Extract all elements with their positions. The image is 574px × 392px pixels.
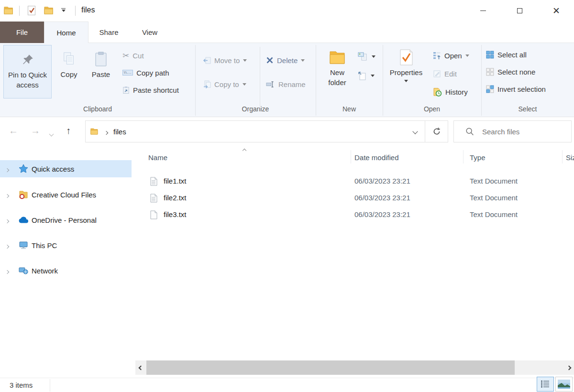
- dropdown-caret-icon: [371, 75, 375, 77]
- sidebar-item-creative-cloud-files[interactable]: Creative Cloud Files: [0, 186, 132, 203]
- select-none-icon: [486, 68, 494, 76]
- sidebar: Quick access Creative Cloud Files OneDri…: [0, 144, 132, 360]
- search-input[interactable]: [482, 128, 554, 136]
- column-header-name[interactable]: Name: [148, 148, 167, 166]
- scrollbar-thumb[interactable]: [146, 360, 515, 375]
- thumbnail-view-toggle[interactable]: [555, 377, 573, 392]
- select-all-button[interactable]: Select all: [486, 47, 527, 62]
- horizontal-scrollbar[interactable]: [135, 360, 574, 375]
- copy-button[interactable]: Copy: [55, 45, 82, 98]
- history-button[interactable]: History: [433, 84, 468, 99]
- properties-icon: [399, 47, 413, 67]
- move-to-icon: [203, 56, 211, 65]
- folder-icon[interactable]: [44, 6, 55, 15]
- dropdown-caret-icon: [465, 54, 469, 57]
- sidebar-item-this-pc[interactable]: This PC: [0, 237, 132, 254]
- sidebar-item-onedrive-personal[interactable]: OneDrive - Personal: [0, 211, 132, 229]
- tab-file[interactable]: File: [0, 22, 44, 43]
- minimize-button[interactable]: [471, 0, 495, 22]
- expand-chevron-icon[interactable]: [6, 216, 12, 224]
- thumbnail-view-icon: [558, 380, 570, 389]
- file-row[interactable]: file1.txt 06/03/2023 23:21 Text Document: [132, 173, 574, 190]
- paste-shortcut-button[interactable]: Paste shortcut: [122, 82, 179, 98]
- back-button[interactable]: ←: [9, 124, 18, 137]
- new-item-button[interactable]: [358, 49, 375, 64]
- tab-view[interactable]: View: [129, 22, 170, 43]
- network-icon: [18, 266, 29, 275]
- address-bar[interactable]: files: [85, 120, 448, 142]
- easy-access-button[interactable]: [358, 68, 375, 83]
- search-box[interactable]: [453, 120, 572, 142]
- up-button[interactable]: ↑: [66, 124, 71, 137]
- folder-icon: [90, 128, 99, 135]
- column-divider[interactable]: [562, 150, 563, 163]
- edit-button[interactable]: Edit: [433, 66, 457, 81]
- window-title: files: [81, 6, 95, 14]
- scroll-right-icon[interactable]: [563, 360, 574, 375]
- recent-locations-icon[interactable]: [50, 126, 53, 139]
- group-label-clipboard: Clipboard: [0, 105, 195, 115]
- dropdown-caret-icon: [372, 55, 375, 58]
- maximize-button[interactable]: [508, 0, 531, 22]
- close-button[interactable]: ✕: [544, 0, 568, 22]
- expand-chevron-icon[interactable]: [6, 165, 12, 173]
- select-none-button[interactable]: Select none: [486, 64, 535, 79]
- properties-check-icon[interactable]: [27, 5, 36, 16]
- forward-button[interactable]: →: [31, 124, 40, 137]
- column-header-size[interactable]: Size: [566, 148, 574, 166]
- ribbon-tab-row: File Home Share View ?: [0, 22, 574, 43]
- copy-to-button[interactable]: Copy to: [203, 76, 246, 92]
- tab-home[interactable]: Home: [44, 22, 88, 43]
- tab-share[interactable]: Share: [88, 22, 129, 43]
- move-to-button[interactable]: Move to: [203, 53, 247, 68]
- file-row[interactable]: file3.txt 06/03/2023 23:21 Text Document: [132, 207, 574, 223]
- breadcrumb-segment[interactable]: files: [113, 128, 126, 136]
- status-bar: 3 items: [0, 378, 574, 392]
- sidebar-item-quick-access[interactable]: Quick access: [0, 160, 132, 177]
- text-file-icon: [150, 177, 157, 186]
- scroll-left-icon[interactable]: [135, 360, 146, 375]
- cut-button[interactable]: ✂ Cut: [122, 48, 144, 63]
- open-button[interactable]: Open: [433, 48, 469, 63]
- divider: [19, 6, 20, 16]
- delete-button[interactable]: Delete: [266, 53, 305, 68]
- dropdown-caret-icon: [301, 59, 305, 62]
- refresh-button[interactable]: [425, 121, 448, 142]
- expand-chevron-icon[interactable]: [6, 241, 12, 250]
- details-view-toggle[interactable]: [537, 377, 554, 392]
- edit-icon: [433, 70, 441, 78]
- paste-button[interactable]: Paste: [87, 45, 115, 98]
- properties-button[interactable]: Properties: [389, 45, 423, 103]
- file-row[interactable]: file2.txt 06/03/2023 23:21 Text Document: [132, 190, 574, 207]
- sidebar-item-network[interactable]: Network: [0, 262, 132, 279]
- column-header-date-modified[interactable]: Date modified: [354, 148, 399, 166]
- text-file-icon: [150, 210, 157, 219]
- ribbon: Pin to Quick access Copy Paste ✂ Cut \\.…: [0, 43, 574, 117]
- new-folder-button[interactable]: New folder: [321, 45, 353, 101]
- pin-to-quick-access-button[interactable]: Pin to Quick access: [3, 45, 52, 98]
- group-label-organize: Organize: [195, 105, 316, 115]
- easy-access-icon: [358, 71, 366, 80]
- sort-ascending-icon: [243, 145, 246, 153]
- expand-chevron-icon[interactable]: [6, 267, 12, 275]
- file-list: Name Date modified Type Size file1.txt 0…: [132, 144, 574, 359]
- rename-button[interactable]: Rename: [266, 76, 306, 92]
- dropdown-caret-icon: [404, 80, 408, 82]
- open-icon: [433, 52, 441, 60]
- customize-dropdown-icon[interactable]: [61, 8, 66, 12]
- address-dropdown-icon[interactable]: [406, 121, 424, 142]
- column-divider[interactable]: [463, 150, 464, 163]
- copy-to-icon: [203, 80, 211, 88]
- expand-chevron-icon[interactable]: [6, 191, 12, 199]
- invert-selection-button[interactable]: Invert selection: [486, 81, 546, 97]
- breadcrumb-chevron-icon[interactable]: [105, 128, 108, 136]
- creative-cloud-icon: [18, 190, 29, 199]
- paste-shortcut-icon: [122, 86, 130, 94]
- new-item-icon: [358, 52, 367, 61]
- copy-path-button[interactable]: \\... Copy path: [122, 65, 169, 80]
- column-divider[interactable]: [351, 150, 351, 163]
- column-header-type[interactable]: Type: [470, 148, 486, 166]
- delete-x-icon: [266, 56, 274, 64]
- invert-selection-icon: [486, 85, 494, 93]
- text-file-icon: [150, 194, 157, 203]
